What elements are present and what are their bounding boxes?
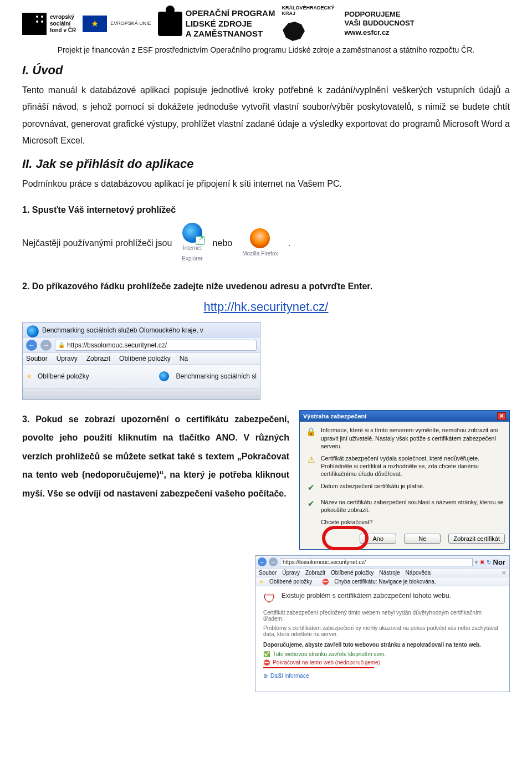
support-block: PODPORUJEME VAŠI BUDOUCNOST www.esfcr.cz — [344, 10, 414, 38]
ie-address-text: https://bssolomouc.securitynet.cz/ — [283, 559, 366, 565]
esf-flag-icon — [22, 13, 47, 35]
menu-close-icon[interactable]: ✕ — [502, 570, 506, 576]
browser-screenshot-1: Benchmarking sociálních služeb Olomoucké… — [22, 322, 260, 400]
browser1-menubar: Soubor Úpravy Zobrazit Oblíbené položky … — [23, 352, 260, 365]
section-1-para: Tento manuál k databázové aplikaci popis… — [22, 82, 510, 150]
chevron-circle-icon: ⊕ — [263, 673, 268, 679]
ie-cert-continue-link[interactable]: ⛔ Pokračovat na tento web (nedoporučujem… — [263, 659, 502, 667]
menu-item[interactable]: Soubor — [259, 570, 277, 576]
ie-favicon-icon — [27, 325, 39, 337]
dialog-close-button[interactable]: ✕ — [497, 412, 506, 420]
star-icon: ★ — [259, 579, 264, 585]
step2-title: 2. Do příkazového řádku prohlížeče zadej… — [22, 278, 510, 295]
ie-address-field[interactable]: https://bssolomouc.securitynet.cz/ — [280, 558, 473, 566]
ie-fav-label[interactable]: Oblíbené položky — [269, 579, 312, 585]
support-url: www.esfcr.cz — [344, 28, 414, 38]
lock-icon: 🔒 — [58, 342, 65, 348]
check-icon: ✔ — [305, 498, 316, 514]
ie-cert-p1: Certifikát zabezpečení předložený tímto … — [263, 610, 502, 622]
op-logo: OPERAČNÍ PROGRAM LIDSKÉ ZDROJE A ZAMĚSTN… — [158, 8, 275, 39]
ie-cert-close-link[interactable]: ✅ Tuto webovou stránku zavřete klepnutím… — [263, 651, 502, 657]
red-circle-highlight-icon — [322, 526, 369, 550]
menu-item[interactable]: Oblíbené položky — [119, 355, 171, 362]
dialog-no-button[interactable]: Ne — [404, 534, 441, 544]
ie-cert-recommendation: Doporučujeme, abyste zavřeli tuto webovo… — [263, 642, 502, 648]
section-1-title: I. Úvod — [22, 63, 510, 78]
esf-label: evropský sociální fond v ČR — [50, 14, 76, 34]
ie-cert-continue-text: Pokračovat na tento web (nedoporučujeme) — [273, 659, 380, 666]
step2-url-link[interactable]: http://hk.securitynet.cz/ — [22, 300, 510, 314]
fav-label[interactable]: Oblíbené položky — [38, 372, 89, 380]
ie-nav-back-button[interactable]: ← — [258, 557, 267, 566]
dialog-showcert-button[interactable]: Zobrazit certifikát — [448, 534, 505, 544]
star-icon: ★ — [26, 372, 32, 380]
lock-warning-icon: 🔒 — [305, 426, 316, 450]
browser1-toolbar-spacer — [23, 388, 260, 400]
warning-icon: ⚠ — [305, 454, 316, 478]
region-shape-icon — [282, 20, 306, 42]
cert-error-favicon-icon: ⛔ — [322, 579, 329, 585]
check-shield-icon: ✅ — [263, 651, 270, 657]
section-2-title: II. Jak se přihlásit do aplikace — [22, 157, 510, 171]
browser1-address-text: https://bssolomouc.securitynet.cz/ — [67, 341, 167, 349]
check-icon: ✔ — [305, 482, 316, 493]
ie-cert-body: 🛡 Existuje problém s certifikátem zabezp… — [255, 586, 509, 692]
funding-line: Projekt je financován z ESF prostřednict… — [22, 45, 510, 54]
ie-favbar: ★ Oblíbené položky ⛔ Chyba certifikátu: … — [255, 577, 509, 586]
menu-item[interactable]: Soubor — [26, 355, 48, 362]
browser1-favbar: ★ Oblíbené položky Benchmarking sociální… — [23, 365, 260, 388]
eu-logo: ★ EVROPSKÁ UNIE — [83, 16, 151, 32]
firefox-icon — [250, 228, 270, 248]
support-lines: PODPORUJEME VAŠI BUDOUCNOST — [344, 10, 414, 29]
menu-item[interactable]: Zobrazit — [305, 570, 325, 576]
dialog-title-text: Výstraha zabezpečení — [303, 412, 366, 421]
ie-icon-label: Internet Explorer — [182, 243, 202, 264]
menu-item[interactable]: Zobrazit — [86, 355, 110, 362]
ie-cert-more-text: Další informace — [270, 673, 309, 679]
dialog-row2: Certifikát zabezpečení vydala společnost… — [321, 454, 504, 478]
region-label: KRÁLOVÉHRADECKÝ KRAJ — [282, 6, 334, 17]
browser1-title-text: Benchmarking sociálních služeb Olomoucké… — [42, 326, 203, 334]
shield-error-icon: 🛡 — [263, 592, 275, 606]
step1-text-c: . — [288, 235, 290, 252]
warn-shield-icon: ⛔ — [263, 659, 270, 666]
dialog-row4: Název na certifikátu zabezpečení souhlas… — [321, 498, 504, 514]
puzzle-icon — [158, 12, 182, 36]
nav-back-button[interactable]: ← — [26, 340, 37, 351]
ie-cert-heading: Existuje problém s certifikátem zabezpeč… — [282, 592, 451, 600]
menu-item[interactable]: Úpravy — [57, 355, 78, 362]
ie-cert-close-text: Tuto webovou stránku zavřete klepnutím s… — [273, 651, 386, 657]
ff-icon-label: Mozilla Firefox — [242, 248, 278, 259]
section-2-para: Podmínkou práce s databázovou aplikací j… — [22, 176, 510, 192]
red-underline-highlight-icon — [263, 667, 374, 668]
browser1-address-bar[interactable]: 🔒 https://bssolomouc.securitynet.cz/ — [55, 340, 257, 351]
security-dialog: Výstraha zabezpečení ✕ 🔒 Informace, kter… — [299, 410, 510, 550]
dialog-row1: Informace, které si s tímto serverem vym… — [321, 426, 504, 450]
tab-label[interactable]: Benchmarking sociálních sl — [176, 372, 257, 380]
step1-row: Nejčastěji používanými prohlížeči jsou I… — [22, 223, 510, 264]
ie-cert-more-link[interactable]: ⊕ Další informace — [263, 673, 502, 679]
ie-icon-block: Internet Explorer — [182, 223, 202, 264]
menu-item[interactable]: Ná — [180, 355, 188, 362]
nav-forward-button[interactable]: → — [40, 340, 52, 351]
dialog-question: Chcete pokračovat? — [321, 518, 504, 526]
menu-item[interactable]: Nástroje — [379, 570, 400, 576]
dialog-row3: Datum zabezpečení certifikátu je platné. — [321, 482, 424, 493]
menu-item[interactable]: Nápověda — [406, 570, 431, 576]
step3-para: 3. Pokud se zobrazí upozornění o certifi… — [22, 410, 289, 503]
header-logos: evropský sociální fond v ČR ★ EVROPSKÁ U… — [22, 6, 510, 42]
op-text: OPERAČNÍ PROGRAM LIDSKÉ ZDROJE A ZAMĚSTN… — [186, 8, 275, 39]
ie-nav-forward-button[interactable]: → — [269, 557, 278, 566]
ie-brand-text: Nor — [493, 558, 507, 566]
ie-cert-error-window: ← → https://bssolomouc.securitynet.cz/ ▾… — [255, 555, 510, 692]
browser1-navbar: ← → 🔒 https://bssolomouc.securitynet.cz/ — [23, 338, 260, 352]
eu-flag-icon: ★ — [83, 16, 107, 32]
esf-logo: evropský sociální fond v ČR — [22, 13, 76, 35]
ff-icon-block: Mozilla Firefox — [242, 228, 278, 259]
ie-tab-label[interactable]: Chyba certifikátu: Navigace je blokována… — [334, 579, 436, 585]
menu-item[interactable]: Oblíbené položky — [331, 570, 374, 576]
step1-text-b: nebo — [213, 235, 233, 252]
menu-item[interactable]: Úpravy — [282, 570, 300, 576]
ie-cert-p2: Problémy s certifikátem zabezpečení by m… — [263, 625, 502, 637]
ie-icon — [182, 223, 202, 243]
